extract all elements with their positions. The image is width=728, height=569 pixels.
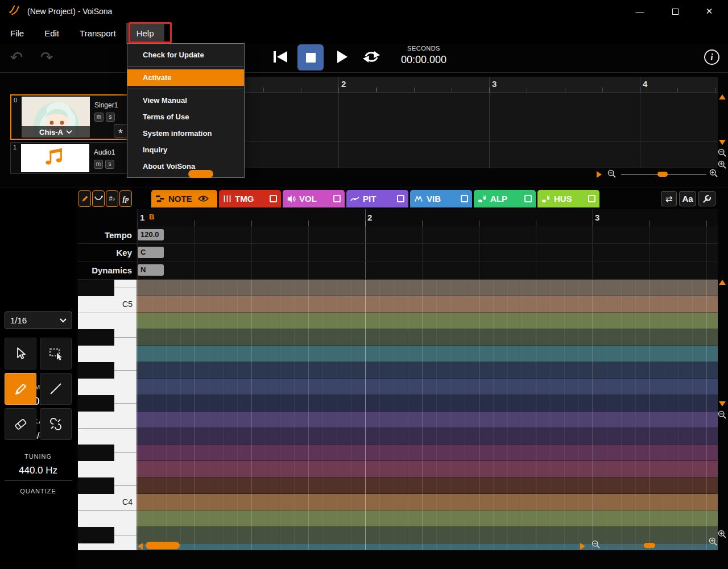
tab-note[interactable]: NOTE xyxy=(151,190,217,207)
menu-edit[interactable]: Edit xyxy=(34,23,69,44)
tab-checkbox[interactable] xyxy=(397,195,404,202)
roll-scroll-down-arrow[interactable] xyxy=(719,401,726,406)
grid-row-E4[interactable] xyxy=(136,428,718,445)
piano-key-C#5[interactable] xyxy=(78,280,114,296)
eye-icon[interactable] xyxy=(198,195,209,202)
grid-row-A4[interactable] xyxy=(136,346,718,362)
piano-key-D4[interactable] xyxy=(78,461,136,477)
track-hscroll-thumb[interactable] xyxy=(188,170,213,178)
unlink-tool-button[interactable] xyxy=(40,408,72,440)
key-row[interactable]: C xyxy=(136,244,718,261)
mute-button[interactable]: m xyxy=(94,113,104,122)
stop-button[interactable] xyxy=(297,44,324,70)
grid-row-D4[interactable] xyxy=(136,461,718,477)
solo-button[interactable]: s xyxy=(106,113,115,122)
grid-row-B3[interactable] xyxy=(136,510,718,527)
roll-zoom-slider[interactable] xyxy=(604,545,706,546)
menu-file[interactable]: File xyxy=(0,23,34,44)
audio-thumbnail[interactable] xyxy=(21,144,89,172)
menu-item-terms-of-use[interactable]: Terms of Use xyxy=(127,109,244,125)
tab-hus[interactable]: HUS xyxy=(537,190,599,207)
tab-checkbox[interactable] xyxy=(588,195,595,202)
menu-item-system-information[interactable]: System information xyxy=(127,125,244,142)
tempo-chip[interactable]: 120.0 xyxy=(138,229,164,240)
grid-row-F#4[interactable] xyxy=(136,395,718,412)
marquee-select-tool-button[interactable] xyxy=(40,338,72,369)
play-button[interactable] xyxy=(329,44,354,69)
singer-thumbnail[interactable]: Chis-A xyxy=(22,97,90,138)
grid-row-A3[interactable] xyxy=(136,543,718,550)
grid-row-C#5[interactable] xyxy=(136,280,718,296)
key-chip[interactable]: C xyxy=(138,247,164,258)
track-header-singer[interactable]: 0 Chis-A Singer1 m s * xyxy=(10,94,131,140)
roll-scroll-right-arrow[interactable] xyxy=(580,543,585,550)
piano-key-A4[interactable] xyxy=(78,346,136,362)
track-zoom-handle[interactable] xyxy=(657,172,668,177)
dynamics-chip[interactable]: N xyxy=(138,264,164,276)
piano-key-B4[interactable] xyxy=(78,313,136,329)
track-header-audio[interactable]: 1 Audio1 m s xyxy=(10,142,131,174)
eraser-tool-button[interactable] xyxy=(5,408,36,440)
info-button[interactable]: i xyxy=(704,49,719,65)
grid-row-C5[interactable] xyxy=(136,296,718,313)
tab-tmg[interactable]: TMG xyxy=(219,190,281,207)
tab-checkbox[interactable] xyxy=(270,195,277,202)
loop-button[interactable] xyxy=(359,44,384,69)
stamp-mode-tab[interactable] xyxy=(78,190,91,207)
piano-key-F4[interactable] xyxy=(78,412,136,428)
redo-button[interactable]: ↷ xyxy=(34,45,59,68)
zoom-out-icon[interactable] xyxy=(718,148,727,157)
menu-item-inquiry[interactable]: Inquiry xyxy=(127,142,244,158)
voice-settings-button[interactable]: * xyxy=(114,124,127,138)
skip-to-start-button[interactable] xyxy=(268,44,293,69)
menu-transport[interactable]: Transport xyxy=(69,23,126,44)
piano-key-G#4[interactable] xyxy=(78,362,114,379)
piano-key-F#4[interactable] xyxy=(78,395,114,412)
grid-row-G4[interactable] xyxy=(136,379,718,395)
accidental-mode-tab[interactable]: #♭ xyxy=(106,190,118,207)
tab-alp[interactable]: ALP xyxy=(474,190,536,207)
solo-button[interactable]: s xyxy=(105,160,114,169)
beat-marker[interactable]: B xyxy=(149,213,154,221)
grid-row-C#4[interactable] xyxy=(136,477,718,494)
undo-button[interactable]: ↶ xyxy=(4,45,29,68)
voice-selector[interactable]: Chis-A xyxy=(22,126,90,138)
grid-row-B4[interactable] xyxy=(136,313,718,329)
tab-checkbox[interactable] xyxy=(333,195,341,202)
menu-item-activate[interactable]: Activate xyxy=(127,69,244,86)
swap-tracks-button[interactable]: ⇄ xyxy=(661,191,677,206)
tab-vib[interactable]: VIB xyxy=(410,190,472,207)
piano-key-A#4[interactable] xyxy=(78,329,114,346)
mute-button[interactable]: m xyxy=(94,160,103,169)
menu-item-about-voisona[interactable]: About VoiSona xyxy=(127,158,244,175)
tab-pit[interactable]: PIT xyxy=(346,190,408,207)
dynamics-mode-tab[interactable]: fp xyxy=(119,190,132,207)
piano-key-E4[interactable] xyxy=(78,428,136,445)
tab-vol[interactable]: VOL xyxy=(283,190,345,207)
track-scroll-right-arrow[interactable] xyxy=(597,171,602,178)
piano-keyboard[interactable]: C5C4 xyxy=(78,280,136,550)
menu-item-check-for-update[interactable]: Check for Update xyxy=(127,47,244,63)
grid-row-F4[interactable] xyxy=(136,412,718,428)
tuning-value[interactable]: 440.0 Hz xyxy=(0,465,76,476)
menu-item-view-manual[interactable]: View Manual xyxy=(127,92,244,109)
roll-zoom-handle[interactable] xyxy=(644,543,655,548)
tab-checkbox[interactable] xyxy=(524,195,532,202)
zoom-in-icon[interactable] xyxy=(709,537,718,546)
piano-roll-ruler[interactable]: 123B xyxy=(78,209,718,226)
tab-checkbox[interactable] xyxy=(461,195,468,202)
track-scroll-down-arrow[interactable] xyxy=(719,140,726,145)
zoom-in-icon[interactable] xyxy=(718,530,727,539)
piano-key-A#3[interactable] xyxy=(78,527,114,543)
zoom-in-icon[interactable] xyxy=(709,169,718,178)
piano-key-B3[interactable] xyxy=(78,510,136,527)
track-scroll-up-arrow[interactable] xyxy=(719,94,726,99)
select-tool-button[interactable] xyxy=(5,338,36,369)
piano-roll-grid[interactable] xyxy=(136,280,718,550)
settings-wrench-button[interactable] xyxy=(698,191,715,206)
zoom-in-icon[interactable] xyxy=(718,160,727,169)
grid-row-A#3[interactable] xyxy=(136,527,718,543)
tempo-row[interactable]: 120.0 xyxy=(136,226,718,243)
roll-scroll-up-arrow[interactable] xyxy=(719,280,726,285)
maximize-button[interactable] xyxy=(662,0,688,23)
